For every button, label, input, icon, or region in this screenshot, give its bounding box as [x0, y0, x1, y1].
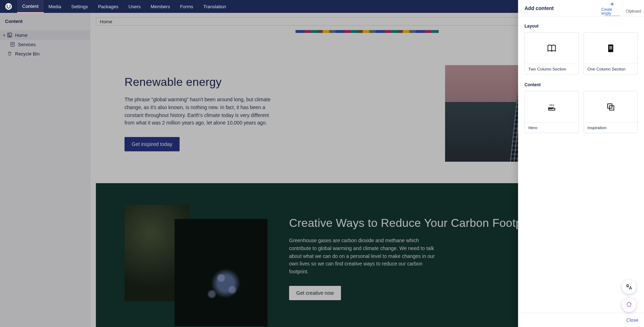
- trash-icon: [7, 51, 12, 56]
- tree-node-recycle-bin[interactable]: Recycle Bin: [0, 49, 90, 58]
- page-solid-icon: [584, 33, 637, 64]
- card-two-column-section[interactable]: Two Column Section: [525, 32, 579, 74]
- tree-node-home[interactable]: ▾ Home: [0, 30, 90, 40]
- svg-rect-13: [609, 48, 612, 49]
- svg-rect-2: [9, 34, 10, 35]
- tree-section-label: Content: [0, 19, 90, 24]
- app-logo[interactable]: [0, 0, 17, 13]
- nav-item-packages[interactable]: Packages: [93, 0, 123, 13]
- flyout-body: Layout Two Column Section One Column Sec…: [518, 16, 644, 313]
- tree-node-label: Recycle Bin: [14, 51, 40, 57]
- svg-rect-11: [609, 46, 612, 47]
- section-body: Greenhouse gases are carbon dioxide and …: [289, 237, 439, 275]
- umbraco-logo-icon: [5, 3, 12, 10]
- cake-icon: [525, 91, 578, 122]
- book-open-icon: [525, 33, 578, 64]
- nav-item-forms[interactable]: Forms: [175, 0, 198, 13]
- svg-rect-4: [9, 36, 11, 36]
- card-label: Hero: [525, 122, 578, 133]
- tab-label: Create empty: [601, 8, 623, 15]
- card-inspiration[interactable]: Inspiration: [584, 91, 638, 133]
- group-label-layout: Layout: [525, 24, 638, 29]
- nav-item-members[interactable]: Members: [146, 0, 175, 13]
- card-hero[interactable]: Hero: [525, 91, 579, 133]
- tree-node-label: Home: [14, 33, 28, 38]
- card-label: Inspiration: [584, 122, 637, 133]
- svg-rect-10: [608, 44, 613, 52]
- nav-item-content[interactable]: Content: [17, 0, 44, 13]
- group-label-content: Content: [525, 82, 638, 87]
- doc-icon: [10, 42, 15, 47]
- breadcrumb-current: Home: [100, 19, 112, 24]
- brain-icon: [625, 301, 633, 308]
- tab-create-empty[interactable]: ＋ Create empty: [601, 0, 623, 16]
- tab-clipboard[interactable]: Clipboard: [623, 0, 644, 16]
- translate-icon: [625, 283, 633, 291]
- close-button[interactable]: Close: [626, 317, 638, 323]
- svg-rect-7: [11, 44, 13, 45]
- nav-item-translation[interactable]: Translation: [198, 0, 231, 13]
- card-label: Two Column Section: [525, 64, 578, 74]
- flyout-header: Add content ＋ Create empty Clipboard: [518, 0, 644, 16]
- top-nav-items: Content Media Settings Packages Users Me…: [17, 0, 231, 13]
- flyout-footer: Close: [518, 313, 644, 327]
- tree-node-services[interactable]: Services: [0, 40, 90, 49]
- preview-image-forest: [125, 205, 268, 312]
- fab-translate[interactable]: [622, 280, 636, 294]
- stack-icon: [584, 91, 637, 122]
- section-body: The phrase "global warming" hasn't been …: [125, 96, 275, 127]
- cta-get-inspired[interactable]: Get inspired today: [125, 137, 180, 151]
- add-content-panel: Add content ＋ Create empty Clipboard Lay…: [518, 0, 644, 327]
- fab-assist[interactable]: [622, 298, 636, 312]
- flyout-title: Add content: [518, 0, 601, 16]
- caret-down-icon[interactable]: ▾: [2, 33, 6, 37]
- nav-item-media[interactable]: Media: [44, 0, 66, 13]
- svg-point-0: [5, 3, 12, 10]
- home-doc-icon: [7, 33, 12, 38]
- nav-item-users[interactable]: Users: [123, 0, 146, 13]
- plus-icon: ＋: [609, 1, 615, 7]
- svg-rect-6: [11, 43, 13, 44]
- svg-rect-3: [9, 35, 11, 36]
- preview-image-strip: [296, 30, 439, 33]
- section-title: Renewable energy: [125, 75, 424, 89]
- content-tree-panel: Content ▾ Home Services Recycle: [0, 13, 90, 327]
- svg-rect-12: [609, 47, 612, 48]
- card-label: One Column Section: [584, 64, 637, 74]
- nav-item-settings[interactable]: Settings: [66, 0, 93, 13]
- card-one-column-section[interactable]: One Column Section: [584, 32, 638, 74]
- cta-get-creative[interactable]: Get creative now: [289, 286, 341, 300]
- tab-label: Clipboard: [626, 9, 641, 13]
- tree-node-label: Services: [16, 42, 36, 47]
- content-tree: ▾ Home Services Recycle Bin: [0, 30, 90, 58]
